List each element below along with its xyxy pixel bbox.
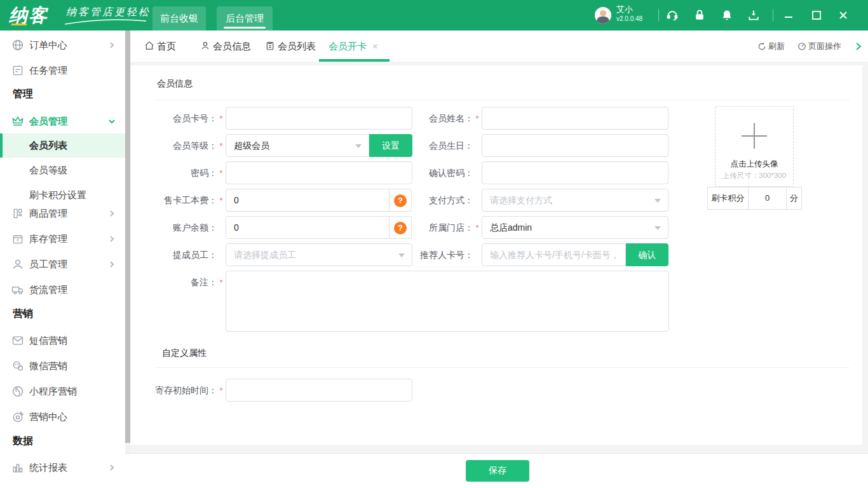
- chevron-right-icon: [107, 463, 116, 472]
- form-footer: 保存: [125, 453, 868, 488]
- nav-front-cashier[interactable]: 前台收银: [153, 6, 206, 30]
- deposit-time-input[interactable]: [226, 379, 412, 402]
- sidebar-section-marketing: 营销: [13, 301, 114, 327]
- sidebar-item-member-list[interactable]: 会员列表: [0, 133, 125, 158]
- wechat-icon: [11, 360, 24, 372]
- sidebar-item-sms-marketing[interactable]: 短信营销: [0, 328, 125, 353]
- nav-back-admin[interactable]: 后台管理: [217, 6, 273, 30]
- scrollbar-thumb[interactable]: [125, 30, 130, 443]
- tab-home[interactable]: 首页: [144, 30, 176, 62]
- caret-down-icon: [654, 226, 661, 230]
- required-mark: *: [217, 134, 225, 157]
- sidebar-item-inventory-management[interactable]: 库存管理: [0, 226, 125, 252]
- divider: [658, 9, 659, 22]
- label-member-card: 会员卡号：: [130, 107, 217, 130]
- sidebar-item-member-level[interactable]: 会员等级: [0, 158, 125, 182]
- sidebar-item-wechat-marketing[interactable]: 微信营销: [0, 353, 125, 379]
- birthday-input[interactable]: [482, 134, 668, 157]
- minimize-icon[interactable]: [783, 10, 794, 21]
- section-title-custom-attrs: 自定义属性: [162, 348, 207, 359]
- download-icon[interactable]: [747, 9, 760, 22]
- chevron-down-icon: [107, 117, 116, 126]
- user-avatar[interactable]: [595, 7, 611, 24]
- required-mark: *: [217, 189, 225, 212]
- label-member-level: 会员等级：: [130, 134, 217, 157]
- card-points-label: 刷卡积分: [707, 187, 749, 210]
- card-points-value[interactable]: 0: [748, 187, 787, 210]
- lock-icon[interactable]: [693, 9, 706, 22]
- chevron-right-icon: [107, 260, 116, 269]
- user-name: 艾小: [616, 4, 633, 15]
- sidebar-item-partial[interactable]: [0, 483, 125, 488]
- member-name-input[interactable]: [482, 107, 668, 130]
- sidebar-item-miniprogram-marketing[interactable]: 小程序营销: [0, 379, 125, 404]
- required-mark: *: [473, 107, 481, 130]
- sidebar-item-marketing-center[interactable]: 营销中心: [0, 404, 125, 430]
- sidebar-item-goods-management[interactable]: 商品管理: [0, 201, 125, 226]
- sidebar: 订单中心 任务管理 管理 会员管理 会员列表 会员等级 刷卡积分设置 商品管理: [0, 30, 125, 488]
- sidebar-item-staff-management[interactable]: 员工管理: [0, 252, 125, 277]
- tab-member-list[interactable]: 会员列表: [265, 30, 316, 62]
- upload-title: 点击上传头像: [715, 159, 793, 170]
- sidebar-section-management: 管理: [13, 81, 114, 107]
- refresh-button[interactable]: 刷新: [757, 30, 785, 62]
- avatar-upload-box[interactable]: 点击上传头像 上传尺寸：300*300: [715, 106, 794, 187]
- chevron-right-icon[interactable]: [855, 42, 862, 51]
- maximize-icon[interactable]: [811, 10, 822, 21]
- tab-member-info[interactable]: 会员信息: [200, 30, 251, 62]
- label-balance: 账户余额：: [130, 216, 217, 239]
- required-mark: *: [473, 216, 481, 239]
- brand-slogan: 纳客管店更轻松: [66, 6, 151, 19]
- sidebar-section-data: 数据: [13, 428, 114, 454]
- active-tab-underline: [319, 59, 390, 62]
- sidebar-scrollbar[interactable]: [125, 30, 130, 488]
- bar-chart-icon: [11, 461, 24, 474]
- tab-member-card-open[interactable]: 会员开卡: [329, 30, 367, 62]
- divider: [156, 367, 850, 368]
- globe-icon: [11, 39, 24, 51]
- close-icon[interactable]: [837, 10, 849, 21]
- chevron-right-icon: [107, 234, 116, 243]
- card-points-unit: 分: [786, 187, 802, 210]
- upload-size-hint: 上传尺寸：300*300: [715, 171, 793, 180]
- truck-icon: [11, 283, 24, 296]
- divider: [156, 100, 850, 100]
- divider: [773, 9, 773, 22]
- app-version: v2.0.0.48: [616, 15, 642, 22]
- crown-icon: [11, 115, 24, 128]
- sidebar-item-task-management[interactable]: 任务管理: [0, 58, 125, 83]
- tasks-icon: [11, 64, 24, 77]
- pay-method-select[interactable]: 请选择支付方式: [482, 189, 668, 212]
- home-icon: [144, 41, 154, 51]
- label-deposit-time: 寄存初始时间：: [130, 379, 217, 402]
- logo-accent: [11, 24, 27, 25]
- bell-icon[interactable]: [721, 9, 733, 22]
- sidebar-item-statistics-reports[interactable]: 统计报表: [0, 455, 125, 480]
- referrer-input[interactable]: [482, 243, 626, 266]
- label-store: 所属门店：: [359, 216, 473, 239]
- target-icon: [11, 410, 24, 423]
- headset-icon[interactable]: [666, 9, 679, 22]
- confirm-password-input[interactable]: [482, 161, 668, 184]
- required-mark: *: [217, 107, 225, 130]
- label-referrer: 推荐人卡号：: [359, 243, 473, 266]
- inventory-icon: [11, 233, 24, 245]
- label-member-name: 会员姓名：: [359, 107, 473, 130]
- section-title-member-info: 会员信息: [157, 78, 193, 90]
- clipboard-icon: [265, 41, 275, 51]
- sidebar-item-logistics-management[interactable]: 货流管理: [0, 277, 125, 302]
- goods-icon: [11, 207, 24, 220]
- plus-icon: [754, 123, 755, 149]
- referrer-confirm-button[interactable]: 确认: [626, 243, 668, 266]
- save-button[interactable]: 保存: [466, 460, 529, 482]
- caret-down-icon: [654, 199, 661, 203]
- member-level-select[interactable]: 超级会员: [226, 134, 369, 157]
- sidebar-item-order-center[interactable]: 订单中心: [0, 32, 125, 58]
- store-select[interactable]: 总店admin: [482, 216, 668, 239]
- label-pay-method: 支付方式：: [359, 189, 473, 212]
- page-actions-button[interactable]: 页面操作: [797, 30, 841, 62]
- remark-textarea[interactable]: [226, 271, 669, 332]
- sidebar-item-member-management[interactable]: 会员管理: [0, 109, 125, 134]
- label-commission-staff: 提成员工：: [130, 243, 217, 266]
- tab-close-icon[interactable]: ×: [372, 42, 381, 51]
